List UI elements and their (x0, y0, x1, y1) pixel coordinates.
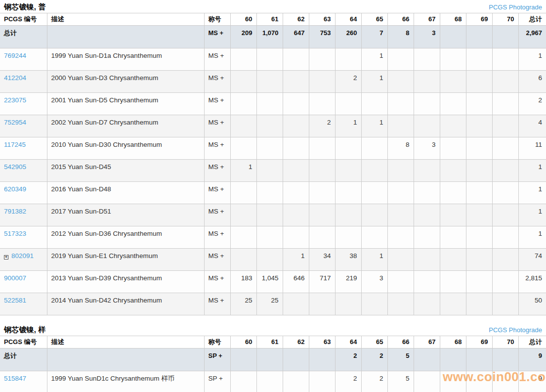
totals-label: 总计 (0, 348, 47, 371)
pcgs-number-link[interactable]: 542905 (4, 163, 26, 171)
grade-count-cell (283, 160, 309, 182)
column-header: 总计 (518, 336, 546, 348)
grade-count-cell (230, 71, 256, 93)
column-header: 64 (335, 13, 361, 26)
column-header: 66 (387, 13, 414, 26)
grade-count-cell: 1 (361, 48, 387, 71)
table-row: 2230752001 Yuan Sun-D5 ChrysanthemumMS +… (0, 93, 546, 115)
grade-count-cell (230, 249, 256, 271)
grade-count-cell (492, 204, 518, 226)
designation-cell: MS + (204, 71, 230, 93)
grade-count-cell (492, 182, 518, 204)
table-row: 1172452010 Yuan Sun-D30 ChrysanthemumMS … (0, 137, 546, 160)
column-header: 62 (283, 13, 309, 26)
pcgs-number-link[interactable]: 769244 (4, 52, 26, 59)
grade-count-cell (466, 371, 492, 392)
totals-designation-cell: SP + (204, 348, 230, 371)
pcgs-number-link[interactable]: 620349 (4, 185, 26, 193)
grade-count-cell (230, 204, 256, 226)
column-header: 66 (387, 336, 414, 348)
section-regular-strikes: 钢芯镀镍, 普 PCGS Photograde PCGS 编号描述称号60616… (0, 0, 546, 315)
pcgs-number-cell: +802091 (0, 249, 47, 271)
total-count-cell: 9 (518, 371, 546, 392)
pcgs-number-cell: 769244 (0, 48, 47, 71)
pcgs-number-link[interactable]: 791382 (4, 208, 26, 215)
total-count-cell: 11 (518, 137, 546, 160)
table-row: 5158471999 Yuan SunD1c Chrysanthemum 样币S… (0, 371, 546, 392)
grade-count-cell (283, 48, 309, 71)
pcgs-number-link[interactable]: 117245 (4, 141, 26, 148)
grade-count-cell (414, 71, 440, 93)
grade-count-cell (283, 182, 309, 204)
grade-count-cell (309, 293, 335, 315)
pcgs-number-link[interactable]: 752954 (4, 119, 26, 126)
grade-count-cell (230, 371, 256, 392)
description-cell: 2014 Yuan Sun-D42 Chrysanthemum (47, 293, 204, 315)
pcgs-number-cell: 620349 (0, 182, 47, 204)
column-header: 60 (230, 13, 256, 26)
totals-row: 总计SP +2259 (0, 348, 546, 371)
pcgs-number-link[interactable]: 900007 (4, 274, 26, 282)
expand-icon[interactable]: + (4, 255, 8, 260)
grade-count-cell: 1 (335, 115, 361, 137)
pcgs-number-link[interactable]: 802091 (11, 252, 34, 260)
grade-count-cell (440, 160, 466, 182)
pcgs-photograde-link[interactable]: PCGS Photograde (489, 3, 542, 11)
grade-count-cell (492, 48, 518, 71)
grade-count-cell: 1 (361, 71, 387, 93)
grade-count-cell (440, 71, 466, 93)
grade-count-cell (492, 93, 518, 115)
pcgs-number-link[interactable]: 517323 (4, 230, 26, 237)
grade-count-cell (230, 93, 256, 115)
total-count-cell: 6 (518, 71, 546, 93)
grade-count-cell (361, 226, 387, 249)
grade-count-cell (492, 271, 518, 293)
grade-count-cell (309, 182, 335, 204)
grade-count-cell (256, 93, 283, 115)
description-cell: 2013 Yuan Sun-D39 Chrysanthemum (47, 271, 204, 293)
pcgs-number-link[interactable]: 515847 (4, 375, 26, 382)
grade-count-cell (440, 115, 466, 137)
grade-count-cell (283, 115, 309, 137)
column-header: 70 (492, 336, 518, 348)
grade-count-cell (492, 137, 518, 160)
column-header: 称号 (204, 13, 230, 26)
pcgs-photograde-link[interactable]: PCGS Photograde (489, 326, 542, 334)
grade-count-cell (335, 204, 361, 226)
column-header: 64 (335, 336, 361, 348)
total-count-cell: 2,815 (518, 271, 546, 293)
grade-count-cell (492, 293, 518, 315)
grade-count-cell (387, 249, 414, 271)
grade-count-cell (309, 204, 335, 226)
grade-count-cell (230, 182, 256, 204)
pcgs-number-link[interactable]: 522581 (4, 297, 26, 304)
grade-count-cell (440, 271, 466, 293)
pcgs-number-cell: 900007 (0, 271, 47, 293)
totals-grand-total-cell: 2,967 (518, 26, 546, 48)
totals-row: 总计MS +2091,0706477532607832,967 (0, 26, 546, 48)
population-table: PCGS 编号描述称号6061626364656667686970总计 总计SP… (0, 336, 546, 392)
grade-count-cell (256, 160, 283, 182)
totals-grade-count-cell: 2 (335, 348, 361, 371)
grade-count-cell: 2 (361, 371, 387, 392)
grade-count-cell (387, 226, 414, 249)
totals-grade-count-cell: 2 (361, 348, 387, 371)
pcgs-number-link[interactable]: 223075 (4, 96, 26, 104)
totals-grade-count-cell (414, 348, 440, 371)
population-table: PCGS 编号描述称号6061626364656667686970总计 总计MS… (0, 13, 546, 315)
grade-count-cell (440, 226, 466, 249)
totals-grade-count-cell: 1,070 (256, 26, 283, 48)
totals-grade-count-cell: 3 (414, 26, 440, 48)
total-count-cell: 4 (518, 115, 546, 137)
grade-count-cell (414, 48, 440, 71)
grade-count-cell: 25 (256, 293, 283, 315)
column-header: 68 (440, 336, 466, 348)
table-row: 6203492016 Yuan Sun-D48MS +1 (0, 182, 546, 204)
table-row: 7529542002 Yuan Sun-D7 ChrysanthemumMS +… (0, 115, 546, 137)
grade-count-cell (230, 137, 256, 160)
grade-count-cell: 1 (361, 249, 387, 271)
grade-count-cell: 2 (335, 371, 361, 392)
grade-count-cell (466, 48, 492, 71)
description-cell: 2019 Yuan Sun-E1 Chrysanthemum (47, 249, 204, 271)
pcgs-number-link[interactable]: 412204 (4, 74, 26, 82)
